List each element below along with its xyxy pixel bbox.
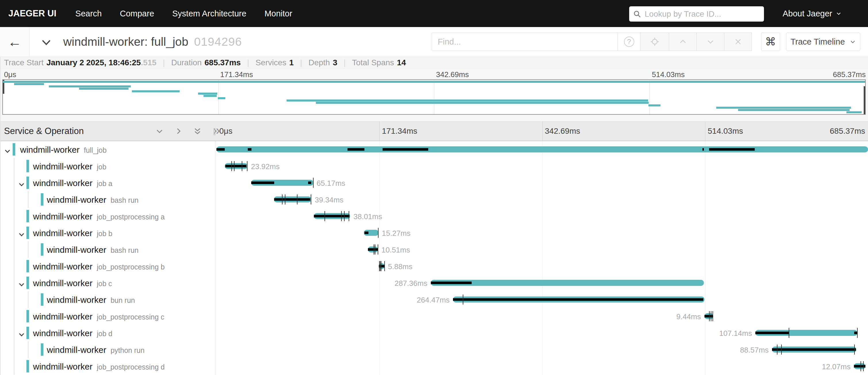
span-duration-label: 9.44ms xyxy=(676,312,701,321)
operation-name: job_postprocessing d xyxy=(97,363,165,371)
service-name: windmill-workerfull_job xyxy=(20,145,106,155)
collapse-trace-button[interactable] xyxy=(40,36,53,49)
tree-guide-line xyxy=(14,325,14,341)
span-name-cell[interactable]: windmill-workerjob a xyxy=(0,175,216,191)
span-bar[interactable] xyxy=(225,163,247,169)
span-bar[interactable] xyxy=(379,263,384,269)
span-name-cell[interactable]: windmill-workerbash run xyxy=(0,191,216,208)
span-log-tick xyxy=(297,194,298,204)
operation-name: python run xyxy=(111,346,145,354)
collapse-all-icon[interactable] xyxy=(193,127,202,136)
span-log-tick xyxy=(713,311,713,321)
span-bar[interactable] xyxy=(364,230,378,236)
nav-item-system-architecture[interactable]: System Architecture xyxy=(172,9,246,19)
minimap-gridline xyxy=(650,80,650,114)
span-bar[interactable] xyxy=(431,280,704,286)
service-color-accent xyxy=(26,210,29,222)
chevron-down-icon[interactable] xyxy=(18,231,25,239)
tree-guide-line xyxy=(14,241,14,258)
focus-span-button[interactable] xyxy=(640,32,669,51)
timeline-tick: 171.34ms xyxy=(382,122,417,141)
service-name: windmill-workerjob b xyxy=(33,228,113,238)
span-row: windmill-workerjob_postprocessing a38.01… xyxy=(0,208,868,225)
span-self-time-stripe xyxy=(308,181,311,184)
span-bar[interactable] xyxy=(216,146,868,152)
span-name-cell[interactable]: windmill-workerjob_postprocessing c xyxy=(0,308,216,325)
span-self-time-stripe xyxy=(709,148,755,151)
find-input[interactable] xyxy=(432,32,618,51)
trace-id-lookup-input[interactable] xyxy=(645,9,754,19)
span-bar[interactable] xyxy=(368,247,378,253)
keyboard-shortcuts-button[interactable]: ⌘ xyxy=(761,32,780,51)
span-bar[interactable] xyxy=(705,313,713,319)
span-self-time-stripe xyxy=(274,198,310,201)
operation-name: bash run xyxy=(111,196,138,204)
minimap-canvas[interactable] xyxy=(2,79,866,115)
span-bar[interactable] xyxy=(251,180,313,186)
span-duration-label: 264.47ms xyxy=(417,296,450,305)
column-resize-handle[interactable]: ∥ xyxy=(213,122,216,141)
span-name-cell[interactable]: windmill-workerpython run xyxy=(0,341,216,358)
close-icon xyxy=(734,38,742,46)
next-result-button[interactable] xyxy=(697,32,724,51)
span-name-cell[interactable]: windmill-workerfull_job xyxy=(0,141,216,158)
find-help-button[interactable]: ? xyxy=(618,32,640,51)
trace-view-select[interactable]: Trace Timeline xyxy=(786,32,860,51)
span-self-time-stripe xyxy=(368,248,378,251)
span-bar[interactable] xyxy=(274,196,311,202)
about-jaeger-menu[interactable]: About Jaeger xyxy=(783,0,842,27)
span-log-tick xyxy=(285,194,285,204)
chevron-down-icon[interactable] xyxy=(4,147,11,156)
trace-start-value: January 2 2025, 18:46:25 xyxy=(46,58,141,67)
span-name-cell[interactable]: windmill-workerjob c xyxy=(0,275,216,291)
services-label: Services xyxy=(255,58,286,67)
about-jaeger-label: About Jaeger xyxy=(783,9,832,19)
span-self-time-stripe xyxy=(703,148,704,151)
minimap-span-bar xyxy=(14,83,44,85)
service-name: windmill-workerjob_postprocessing d xyxy=(33,362,165,372)
trace-view-label: Trace Timeline xyxy=(790,37,845,47)
span-log-tick xyxy=(378,244,378,255)
chevron-down-icon[interactable] xyxy=(18,331,25,340)
service-name: windmill-workerjob c xyxy=(33,278,112,288)
span-duration-label: 38.01ms xyxy=(353,212,382,221)
collapse-one-icon[interactable] xyxy=(155,127,164,136)
minimap-right-scrubber[interactable] xyxy=(864,86,865,114)
operation-name: job b xyxy=(97,230,113,237)
prev-result-button[interactable] xyxy=(669,32,697,51)
service-name: windmill-workerjob_postprocessing a xyxy=(33,212,165,222)
span-name-cell[interactable]: windmill-workerjob_postprocessing a xyxy=(0,208,216,225)
tree-guide-line xyxy=(14,158,14,175)
span-name-cell[interactable]: windmill-workerjob_postprocessing d xyxy=(0,358,216,375)
span-bar[interactable] xyxy=(755,330,857,336)
trace-id-lookup[interactable] xyxy=(629,6,764,22)
minimap-tick: 171.34ms xyxy=(220,70,253,79)
minimap-span-bar xyxy=(738,109,849,111)
operation-name: full_job xyxy=(84,146,106,154)
nav-item-monitor[interactable]: Monitor xyxy=(265,9,292,19)
nav-item-search[interactable]: Search xyxy=(75,9,102,19)
span-bar[interactable] xyxy=(772,347,856,352)
chevron-down-icon[interactable] xyxy=(18,281,25,290)
span-duration-label: 39.34ms xyxy=(315,196,343,204)
span-bar[interactable] xyxy=(854,363,865,369)
clear-find-button[interactable] xyxy=(724,32,752,51)
span-bar[interactable] xyxy=(314,213,350,219)
brand-logo[interactable]: JAEGER UI xyxy=(8,8,56,19)
minimap-span-bar xyxy=(648,105,660,107)
span-name-cell[interactable]: windmill-workerbun run xyxy=(0,291,216,308)
minimap-span-bar xyxy=(286,99,648,102)
span-name-cell[interactable]: windmill-workerjob b xyxy=(0,225,216,241)
back-button[interactable]: ← xyxy=(0,27,30,57)
total-spans-label: Total Spans xyxy=(352,58,394,67)
span-name-cell[interactable]: windmill-workerjob xyxy=(0,158,216,175)
span-name-cell[interactable]: windmill-workerjob_postprocessing b xyxy=(0,258,216,275)
chevron-down-icon[interactable] xyxy=(18,181,25,190)
nav-item-compare[interactable]: Compare xyxy=(120,9,154,19)
span-bar[interactable] xyxy=(453,296,705,302)
span-log-tick xyxy=(375,244,375,255)
span-name-cell[interactable]: windmill-workerjob d xyxy=(0,325,216,341)
expand-one-icon[interactable] xyxy=(174,127,183,136)
span-name-cell[interactable]: windmill-workerbash run xyxy=(0,241,216,258)
operation-name: job_postprocessing b xyxy=(97,263,165,271)
